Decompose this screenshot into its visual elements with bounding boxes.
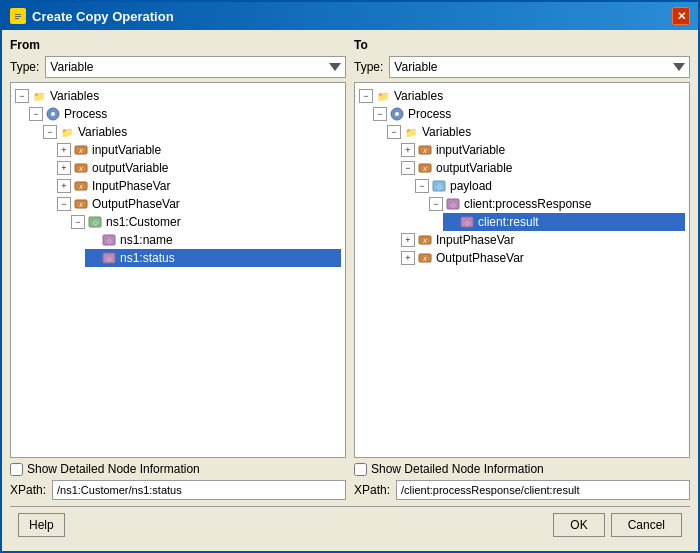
to-type-select[interactable]: Variable Expression Literal bbox=[389, 56, 690, 78]
tree-node: + x inputVariable bbox=[43, 141, 341, 159]
tree-row-selected[interactable]: ◇ client:result bbox=[443, 213, 685, 231]
node-label: Variables bbox=[422, 125, 471, 139]
expand-icon[interactable]: − bbox=[373, 107, 387, 121]
tree-row[interactable]: + x inputVariable bbox=[57, 141, 341, 159]
tree-row[interactable]: − 📁 Variables bbox=[15, 87, 341, 105]
tree-row[interactable]: + x InputPhaseVar bbox=[57, 177, 341, 195]
expand-icon[interactable]: − bbox=[57, 197, 71, 211]
svg-text:◇: ◇ bbox=[465, 220, 470, 226]
cancel-button[interactable]: Cancel bbox=[611, 513, 682, 537]
ok-button[interactable]: OK bbox=[553, 513, 604, 537]
tree-row[interactable]: − Process bbox=[29, 105, 341, 123]
from-panel: From Type: Variable Expression Literal − bbox=[10, 38, 346, 500]
node-label: ns1:status bbox=[120, 251, 175, 265]
schema-icon: ◇ bbox=[445, 196, 461, 212]
tree-node: − x outputVariable bbox=[387, 159, 685, 231]
close-button[interactable]: ✕ bbox=[672, 7, 690, 25]
svg-text:x: x bbox=[422, 165, 427, 172]
variable-icon: x bbox=[73, 178, 89, 194]
tree-node: ◇ client:result bbox=[429, 213, 685, 231]
from-type-row: Type: Variable Expression Literal bbox=[10, 56, 346, 78]
tree-node: − 📁 Variables + bbox=[29, 123, 341, 267]
to-panel-title: To bbox=[354, 38, 690, 52]
svg-text:◇: ◇ bbox=[107, 238, 112, 244]
tree-node: − ◇ client:proc bbox=[415, 195, 685, 231]
svg-text:x: x bbox=[78, 147, 83, 154]
tree-row[interactable]: + x outputVariable bbox=[57, 159, 341, 177]
node-label: inputVariable bbox=[92, 143, 161, 157]
expand-icon[interactable]: − bbox=[387, 125, 401, 139]
bottom-bar: Help OK Cancel bbox=[10, 506, 690, 543]
help-button[interactable]: Help bbox=[18, 513, 65, 537]
tree-node: + x InputPhaseVar bbox=[43, 177, 341, 195]
expand-icon[interactable]: − bbox=[401, 161, 415, 175]
svg-point-5 bbox=[51, 112, 55, 116]
tree-node: + x inputVariable bbox=[387, 141, 685, 159]
from-panel-title: From bbox=[10, 38, 346, 52]
tree-row[interactable]: − 📁 Variables bbox=[359, 87, 685, 105]
ok-cancel-group: OK Cancel bbox=[553, 513, 682, 537]
tree-row[interactable]: − 📁 Variables bbox=[387, 123, 685, 141]
tree-row[interactable]: ◇ ns1:name bbox=[85, 231, 341, 249]
tree-row[interactable]: − ◇ ns1:Customer bbox=[71, 213, 341, 231]
tree-node: − 📁 Variables − bbox=[15, 87, 341, 267]
schema-variable-icon: ◇ bbox=[431, 178, 447, 194]
variable-icon: x bbox=[73, 196, 89, 212]
to-type-label: Type: bbox=[354, 60, 383, 74]
expand-icon[interactable]: − bbox=[15, 89, 29, 103]
tree-row[interactable]: − x outputVariable bbox=[401, 159, 685, 177]
process-icon bbox=[45, 106, 61, 122]
variable-icon: x bbox=[417, 232, 433, 248]
expand-icon[interactable]: − bbox=[415, 179, 429, 193]
from-tree[interactable]: − 📁 Variables − bbox=[10, 82, 346, 458]
tree-node: − x OutputPhaseVar bbox=[43, 195, 341, 267]
node-label: ns1:Customer bbox=[106, 215, 181, 229]
tree-node: ◇ ns1:status bbox=[71, 249, 341, 267]
tree-row[interactable]: + x InputPhaseVar bbox=[401, 231, 685, 249]
node-label: payload bbox=[450, 179, 492, 193]
from-show-detail-checkbox[interactable] bbox=[10, 463, 23, 476]
folder-icon: 📁 bbox=[59, 124, 75, 140]
expand-icon[interactable]: − bbox=[29, 107, 43, 121]
tree-node: + x outputVariable bbox=[43, 159, 341, 177]
folder-icon: 📁 bbox=[31, 88, 47, 104]
svg-rect-1 bbox=[15, 14, 21, 15]
expand-icon[interactable]: + bbox=[401, 233, 415, 247]
create-copy-operation-dialog: Create Copy Operation ✕ From Type: Varia… bbox=[0, 0, 700, 553]
tree-row[interactable]: − ◇ payload bbox=[415, 177, 685, 195]
to-xpath-input[interactable] bbox=[396, 480, 690, 500]
tree-node: + x InputPhaseVar bbox=[387, 231, 685, 249]
expand-icon[interactable]: + bbox=[401, 143, 415, 157]
from-show-detail-label: Show Detailed Node Information bbox=[27, 462, 200, 476]
node-label: OutputPhaseVar bbox=[92, 197, 180, 211]
schema-icon: ◇ bbox=[101, 250, 117, 266]
expand-icon[interactable]: + bbox=[401, 251, 415, 265]
tree-row[interactable]: + x inputVariable bbox=[401, 141, 685, 159]
expand-icon[interactable]: − bbox=[43, 125, 57, 139]
svg-text:x: x bbox=[422, 237, 427, 244]
tree-row[interactable]: − ◇ client:proc bbox=[429, 195, 685, 213]
tree-row[interactable]: − 📁 Variables bbox=[43, 123, 341, 141]
from-xpath-label: XPath: bbox=[10, 483, 48, 497]
tree-row[interactable]: − x OutputPhaseVar bbox=[57, 195, 341, 213]
expand-icon[interactable]: + bbox=[57, 161, 71, 175]
svg-point-21 bbox=[395, 112, 399, 116]
tree-row-selected[interactable]: ◇ ns1:status bbox=[85, 249, 341, 267]
dialog-body: From Type: Variable Expression Literal − bbox=[2, 30, 698, 551]
expand-icon[interactable]: + bbox=[57, 179, 71, 193]
from-xpath-input[interactable] bbox=[52, 480, 346, 500]
tree-node: − ◇ payload bbox=[401, 177, 685, 231]
tree-row[interactable]: − Process bbox=[373, 105, 685, 123]
tree-node: + x OutputPhaseVar bbox=[387, 249, 685, 267]
expand-icon[interactable]: + bbox=[57, 143, 71, 157]
expand-icon[interactable]: − bbox=[71, 215, 85, 229]
expand-icon[interactable]: − bbox=[429, 197, 443, 211]
variable-icon: x bbox=[417, 250, 433, 266]
to-show-detail-checkbox[interactable] bbox=[354, 463, 367, 476]
tree-row[interactable]: + x OutputPhaseVar bbox=[401, 249, 685, 267]
from-type-select[interactable]: Variable Expression Literal bbox=[45, 56, 346, 78]
to-tree[interactable]: − 📁 Variables − bbox=[354, 82, 690, 458]
variable-icon: x bbox=[417, 142, 433, 158]
tree-node: − Process bbox=[359, 105, 685, 267]
expand-icon[interactable]: − bbox=[359, 89, 373, 103]
